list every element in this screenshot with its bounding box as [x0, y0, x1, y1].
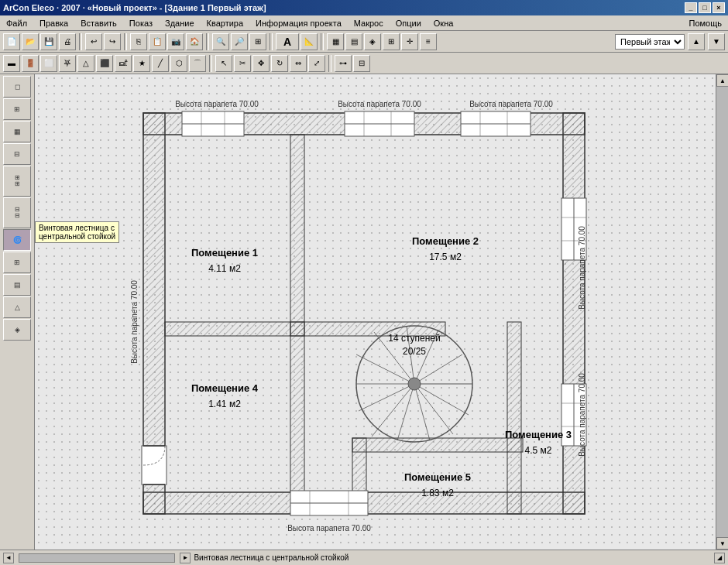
zoom-in-button[interactable]: 🔍: [212, 33, 229, 50]
bottom-scroll-btn[interactable]: ◢: [714, 553, 725, 563]
dim-button[interactable]: ⊶: [335, 55, 352, 72]
render-button[interactable]: ◈: [364, 33, 381, 50]
svg-line-51: [414, 384, 469, 415]
floor-select[interactable]: Первый этаж Второй этаж: [615, 34, 685, 50]
scroll-down-button[interactable]: ▼: [716, 537, 728, 550]
title-text: ArCon Eleco · 2007 · «Новый проект» - [З…: [3, 3, 266, 12]
sidebar-btn-1[interactable]: ◻: [3, 76, 31, 98]
svg-rect-5: [290, 135, 304, 492]
room5-area: 1.83 м2: [421, 488, 454, 498]
menu-insert[interactable]: Вставить: [77, 18, 120, 29]
area-button[interactable]: ⊟: [353, 55, 370, 72]
sidebar-btn-5[interactable]: ⊞⊞: [3, 166, 31, 197]
sidebar-btn-8[interactable]: ⊞: [3, 252, 31, 273]
sep6: [209, 55, 212, 72]
svg-line-40: [414, 354, 462, 384]
close-button[interactable]: ×: [713, 2, 725, 13]
sidebar-btn-6[interactable]: ⊟⊟: [3, 197, 31, 228]
menu-apartment[interactable]: Квартира: [204, 18, 247, 29]
menu-info[interactable]: Информация проекта: [252, 18, 345, 29]
text-button[interactable]: A: [276, 33, 299, 50]
furniture-button[interactable]: 🛋: [115, 55, 132, 72]
move-button[interactable]: ✥: [252, 55, 270, 72]
zoom-fit-button[interactable]: ⊞: [249, 33, 266, 50]
menu-options[interactable]: Опции: [393, 18, 424, 29]
room5-label: Помещение 5: [404, 471, 471, 483]
floor-dn-button[interactable]: ▼: [708, 33, 725, 50]
scroll-up-button[interactable]: ▲: [716, 74, 728, 87]
toolbar-2: ▬ 🚪 ⬜ ⛧ △ ⬛ 🛋 ★ ╱ ⬡ ⌒ ↖ ✂ ✥ ↻ ⇔ ⤢ ⊶ ⊟: [0, 53, 728, 74]
dim-top2: Высота парапета 70.00: [338, 100, 421, 108]
save-button[interactable]: 💾: [40, 33, 57, 50]
paste-button[interactable]: 📋: [149, 33, 166, 50]
print-button[interactable]: 🖨: [59, 33, 76, 50]
sidebar-btn-10[interactable]: △: [3, 296, 31, 318]
copy-button[interactable]: ⎘: [130, 33, 147, 50]
symbol-button[interactable]: ★: [133, 55, 150, 72]
sep2: [124, 33, 127, 50]
camera-button[interactable]: 📷: [167, 33, 184, 50]
svg-line-49: [414, 384, 430, 440]
open-button[interactable]: 📂: [22, 33, 39, 50]
layer-button[interactable]: ≡: [420, 33, 437, 50]
minimize-button[interactable]: _: [685, 2, 697, 13]
menu-file[interactable]: Файл: [3, 18, 30, 29]
room2-label: Помещение 2: [412, 235, 479, 247]
arc-button[interactable]: ⌒: [189, 55, 206, 72]
sep7: [328, 55, 331, 72]
sidebar-btn-4[interactable]: ⊟: [3, 143, 31, 165]
stretch-button[interactable]: ⤢: [308, 55, 325, 72]
svg-rect-6: [165, 322, 304, 336]
maximize-button[interactable]: □: [699, 2, 711, 13]
menu-edit[interactable]: Правка: [36, 18, 71, 29]
undo-button[interactable]: ↩: [85, 33, 102, 50]
menu-macro[interactable]: Макрос: [351, 18, 386, 29]
snap-button[interactable]: ✛: [401, 33, 418, 50]
main-area: ◻ ⊞ ▦ ⊟ ⊞⊞ ⊟⊟ 🌀 ⊞ ▤ △ ◈ Винтовая лестниц…: [0, 74, 728, 550]
grid-button[interactable]: ⊞: [383, 33, 400, 50]
roof-button[interactable]: △: [77, 55, 94, 72]
line-button[interactable]: ╱: [152, 55, 169, 72]
sidebar-btn-11[interactable]: ◈: [3, 319, 31, 341]
menu-view[interactable]: Показ: [126, 18, 156, 29]
zoom-out-button[interactable]: 🔎: [231, 33, 248, 50]
elevation-button[interactable]: ▤: [345, 33, 362, 50]
delete-button[interactable]: ✂: [234, 55, 251, 72]
tooltip-text: Винтовая лестница с центральной стойкой: [39, 224, 115, 241]
menu-building[interactable]: Здание: [162, 18, 197, 29]
sidebar-btn-9[interactable]: ▤: [3, 274, 31, 296]
bottom-right-area: ◢: [714, 553, 725, 563]
view3d-button[interactable]: 🏠: [186, 33, 203, 50]
svg-line-46: [359, 384, 414, 411]
dim-top3: Высота парапета 70.00: [469, 100, 553, 108]
sidebar-btn-2[interactable]: ⊞: [3, 98, 31, 120]
room3-label: Помещение 3: [505, 429, 572, 440]
door-button[interactable]: 🚪: [22, 55, 39, 72]
scroll-right-button[interactable]: ►: [180, 553, 191, 563]
menu-help[interactable]: Помощь: [686, 18, 726, 29]
horizontal-scroll-track[interactable]: [19, 553, 175, 563]
help-area: Помощь: [686, 18, 726, 29]
poly-button[interactable]: ⬡: [170, 55, 187, 72]
new-button[interactable]: 📄: [3, 33, 20, 50]
measure-button[interactable]: 📐: [300, 33, 318, 50]
sidebar-btn-3[interactable]: ▦: [3, 121, 31, 142]
rotate-button[interactable]: ↻: [271, 55, 288, 72]
canvas-area[interactable]: Помещение 1 4.11 м2 Помещение 2 17.5 м2 …: [35, 74, 728, 550]
sidebar-btn-stair[interactable]: 🌀: [3, 229, 31, 251]
menu-bar: Файл Правка Вставить Показ Здание Кварти…: [0, 15, 728, 31]
select-button[interactable]: ↖: [215, 55, 232, 72]
room-button[interactable]: ⬛: [96, 55, 113, 72]
window-button[interactable]: ⬜: [40, 55, 57, 72]
stair-button[interactable]: ⛧: [59, 55, 76, 72]
redo-button[interactable]: ↪: [104, 33, 121, 50]
wall-button[interactable]: ▬: [3, 55, 20, 72]
floor-plan-button[interactable]: ▦: [327, 33, 344, 50]
scroll-left-button[interactable]: ◄: [3, 553, 14, 563]
floor-up-button[interactable]: ▲: [688, 33, 705, 50]
mirror-button[interactable]: ⇔: [290, 55, 307, 72]
room2-area: 17.5 м2: [429, 252, 462, 262]
menu-windows[interactable]: Окна: [431, 18, 457, 29]
scroll-track[interactable]: [716, 87, 728, 537]
stair-steps-label: 14 ступеней: [388, 333, 441, 344]
